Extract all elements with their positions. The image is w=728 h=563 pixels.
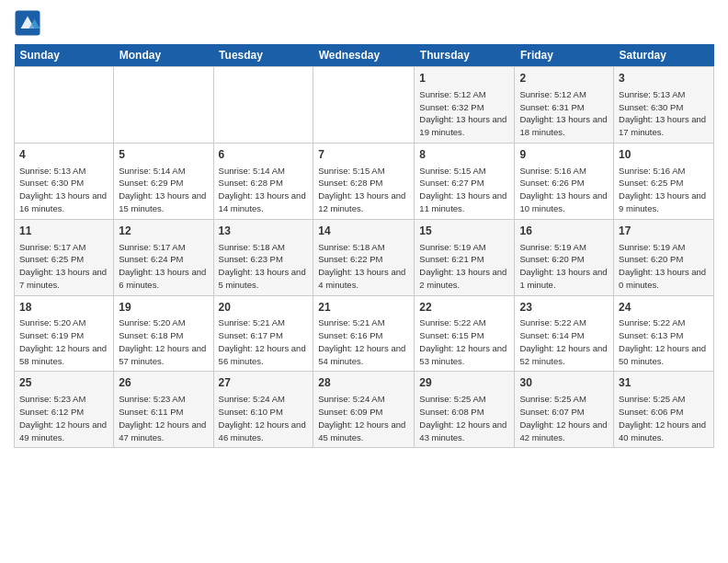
- day-content: Sunrise: 5:18 AM Sunset: 6:22 PM Dayligh…: [318, 241, 409, 292]
- day-content: Sunrise: 5:25 AM Sunset: 6:07 PM Dayligh…: [519, 393, 609, 443]
- calendar-cell: 3Sunrise: 5:13 AM Sunset: 6:30 PM Daylig…: [614, 67, 714, 144]
- day-content: Sunrise: 5:23 AM Sunset: 6:11 PM Dayligh…: [119, 393, 208, 443]
- calendar-cell: 2Sunrise: 5:12 AM Sunset: 6:31 PM Daylig…: [515, 67, 614, 144]
- day-number: 30: [519, 375, 609, 391]
- day-content: Sunrise: 5:15 AM Sunset: 6:28 PM Dayligh…: [318, 165, 409, 215]
- day-header-friday: Friday: [515, 44, 614, 67]
- calendar-cell: 19Sunrise: 5:20 AM Sunset: 6:18 PM Dayli…: [114, 295, 213, 372]
- week-row-2: 4Sunrise: 5:13 AM Sunset: 6:30 PM Daylig…: [15, 143, 714, 219]
- calendar-cell: [213, 67, 313, 144]
- calendar-table: SundayMondayTuesdayWednesdayThursdayFrid…: [14, 44, 714, 448]
- day-number: 1: [419, 71, 509, 86]
- day-number: 3: [619, 71, 709, 86]
- day-number: 11: [19, 224, 108, 239]
- day-header-monday: Monday: [114, 44, 213, 67]
- calendar-cell: 18Sunrise: 5:20 AM Sunset: 6:19 PM Dayli…: [15, 295, 114, 372]
- calendar-cell: 8Sunrise: 5:15 AM Sunset: 6:27 PM Daylig…: [415, 143, 515, 219]
- calendar-cell: 29Sunrise: 5:25 AM Sunset: 6:08 PM Dayli…: [415, 372, 515, 448]
- day-content: Sunrise: 5:18 AM Sunset: 6:23 PM Dayligh…: [219, 241, 309, 292]
- day-number: 29: [419, 375, 509, 391]
- week-row-5: 25Sunrise: 5:23 AM Sunset: 6:12 PM Dayli…: [15, 372, 714, 448]
- calendar-cell: 23Sunrise: 5:22 AM Sunset: 6:14 PM Dayli…: [515, 295, 614, 372]
- calendar-cell: 26Sunrise: 5:23 AM Sunset: 6:11 PM Dayli…: [114, 372, 213, 448]
- calendar-cell: 12Sunrise: 5:17 AM Sunset: 6:24 PM Dayli…: [114, 219, 213, 295]
- calendar-cell: 9Sunrise: 5:16 AM Sunset: 6:26 PM Daylig…: [515, 143, 614, 219]
- day-content: Sunrise: 5:19 AM Sunset: 6:20 PM Dayligh…: [519, 241, 609, 292]
- day-number: 6: [219, 147, 309, 163]
- calendar-cell: [114, 67, 213, 144]
- day-content: Sunrise: 5:21 AM Sunset: 6:16 PM Dayligh…: [318, 316, 409, 367]
- day-number: 26: [119, 375, 208, 391]
- day-content: Sunrise: 5:23 AM Sunset: 6:12 PM Dayligh…: [19, 393, 108, 443]
- day-content: Sunrise: 5:24 AM Sunset: 6:09 PM Dayligh…: [318, 393, 409, 443]
- day-content: Sunrise: 5:25 AM Sunset: 6:06 PM Dayligh…: [619, 393, 709, 443]
- day-number: 10: [619, 147, 709, 163]
- calendar-cell: 4Sunrise: 5:13 AM Sunset: 6:30 PM Daylig…: [15, 143, 114, 219]
- day-number: 13: [219, 224, 309, 239]
- week-row-3: 11Sunrise: 5:17 AM Sunset: 6:25 PM Dayli…: [15, 219, 714, 295]
- logo-icon: [14, 9, 41, 37]
- calendar-cell: 7Sunrise: 5:15 AM Sunset: 6:28 PM Daylig…: [313, 143, 415, 219]
- week-row-1: 1Sunrise: 5:12 AM Sunset: 6:32 PM Daylig…: [15, 67, 714, 144]
- calendar-cell: 16Sunrise: 5:19 AM Sunset: 6:20 PM Dayli…: [515, 219, 614, 295]
- calendar-cell: 20Sunrise: 5:21 AM Sunset: 6:17 PM Dayli…: [213, 295, 313, 372]
- day-number: 12: [119, 224, 208, 239]
- day-content: Sunrise: 5:12 AM Sunset: 6:31 PM Dayligh…: [519, 88, 609, 139]
- day-number: 2: [519, 71, 609, 86]
- day-content: Sunrise: 5:22 AM Sunset: 6:15 PM Dayligh…: [419, 316, 509, 367]
- calendar-cell: [313, 67, 415, 144]
- day-content: Sunrise: 5:15 AM Sunset: 6:27 PM Dayligh…: [419, 165, 509, 215]
- day-content: Sunrise: 5:17 AM Sunset: 6:24 PM Dayligh…: [119, 241, 208, 292]
- day-number: 9: [519, 147, 609, 163]
- day-number: 31: [619, 375, 709, 391]
- calendar-cell: 22Sunrise: 5:22 AM Sunset: 6:15 PM Dayli…: [415, 295, 515, 372]
- calendar-cell: 31Sunrise: 5:25 AM Sunset: 6:06 PM Dayli…: [614, 372, 714, 448]
- day-content: Sunrise: 5:24 AM Sunset: 6:10 PM Dayligh…: [219, 393, 309, 443]
- day-number: 5: [119, 147, 208, 163]
- calendar-cell: 25Sunrise: 5:23 AM Sunset: 6:12 PM Dayli…: [15, 372, 114, 448]
- calendar-cell: 1Sunrise: 5:12 AM Sunset: 6:32 PM Daylig…: [415, 67, 515, 144]
- calendar-cell: 15Sunrise: 5:19 AM Sunset: 6:21 PM Dayli…: [415, 219, 515, 295]
- calendar-cell: 21Sunrise: 5:21 AM Sunset: 6:16 PM Dayli…: [313, 295, 415, 372]
- calendar-cell: 30Sunrise: 5:25 AM Sunset: 6:07 PM Dayli…: [515, 372, 614, 448]
- day-header-tuesday: Tuesday: [213, 44, 313, 67]
- day-content: Sunrise: 5:16 AM Sunset: 6:26 PM Dayligh…: [519, 165, 609, 215]
- calendar-cell: 13Sunrise: 5:18 AM Sunset: 6:23 PM Dayli…: [213, 219, 313, 295]
- day-content: Sunrise: 5:16 AM Sunset: 6:25 PM Dayligh…: [619, 165, 709, 215]
- week-row-4: 18Sunrise: 5:20 AM Sunset: 6:19 PM Dayli…: [15, 295, 714, 372]
- day-content: Sunrise: 5:22 AM Sunset: 6:13 PM Dayligh…: [619, 316, 709, 367]
- header: [14, 9, 714, 37]
- day-number: 23: [519, 300, 609, 316]
- day-header-saturday: Saturday: [614, 44, 714, 67]
- day-header-sunday: Sunday: [15, 44, 114, 67]
- day-content: Sunrise: 5:21 AM Sunset: 6:17 PM Dayligh…: [219, 316, 309, 367]
- day-number: 16: [519, 224, 609, 239]
- day-number: 22: [419, 300, 509, 316]
- day-number: 19: [119, 300, 208, 316]
- day-number: 14: [318, 224, 409, 239]
- calendar-cell: 10Sunrise: 5:16 AM Sunset: 6:25 PM Dayli…: [614, 143, 714, 219]
- page-container: SundayMondayTuesdayWednesdayThursdayFrid…: [0, 0, 728, 457]
- calendar-cell: 17Sunrise: 5:19 AM Sunset: 6:20 PM Dayli…: [614, 219, 714, 295]
- day-number: 4: [19, 147, 108, 163]
- day-content: Sunrise: 5:14 AM Sunset: 6:29 PM Dayligh…: [119, 165, 208, 215]
- day-number: 8: [419, 147, 509, 163]
- header-row: SundayMondayTuesdayWednesdayThursdayFrid…: [15, 44, 714, 67]
- day-number: 21: [318, 300, 409, 316]
- day-number: 20: [219, 300, 309, 316]
- day-header-thursday: Thursday: [415, 44, 515, 67]
- day-content: Sunrise: 5:20 AM Sunset: 6:19 PM Dayligh…: [19, 316, 108, 367]
- day-content: Sunrise: 5:13 AM Sunset: 6:30 PM Dayligh…: [19, 165, 108, 215]
- day-number: 15: [419, 224, 509, 239]
- day-number: 18: [19, 300, 108, 316]
- calendar-cell: 14Sunrise: 5:18 AM Sunset: 6:22 PM Dayli…: [313, 219, 415, 295]
- day-content: Sunrise: 5:13 AM Sunset: 6:30 PM Dayligh…: [619, 88, 709, 139]
- day-header-wednesday: Wednesday: [313, 44, 415, 67]
- day-number: 28: [318, 375, 409, 391]
- day-number: 24: [619, 300, 709, 316]
- calendar-cell: 5Sunrise: 5:14 AM Sunset: 6:29 PM Daylig…: [114, 143, 213, 219]
- day-number: 7: [318, 147, 409, 163]
- day-content: Sunrise: 5:12 AM Sunset: 6:32 PM Dayligh…: [419, 88, 509, 139]
- calendar-cell: 24Sunrise: 5:22 AM Sunset: 6:13 PM Dayli…: [614, 295, 714, 372]
- calendar-cell: 11Sunrise: 5:17 AM Sunset: 6:25 PM Dayli…: [15, 219, 114, 295]
